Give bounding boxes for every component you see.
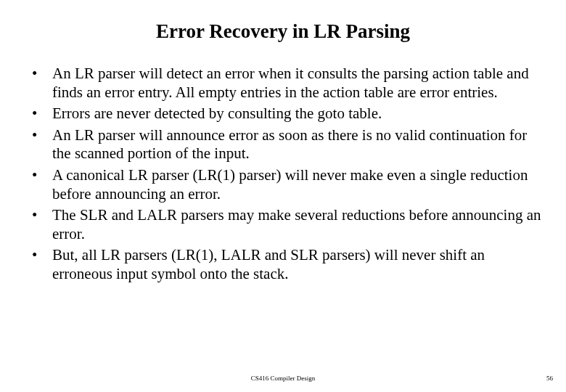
list-item: But, all LR parsers (LR(1), LALR and SLR… [22, 246, 544, 283]
slide: Error Recovery in LR Parsing An LR parse… [0, 0, 566, 392]
list-item: Errors are never detected by consulting … [22, 105, 544, 123]
footer-page-number: 56 [546, 375, 553, 382]
list-item: The SLR and LALR parsers may make severa… [22, 206, 544, 243]
footer-course: CS416 Compiler Design [0, 375, 566, 382]
list-item: A canonical LR parser (LR(1) parser) wil… [22, 166, 544, 203]
bullet-list: An LR parser will detect an error when i… [22, 65, 544, 284]
list-item: An LR parser will detect an error when i… [22, 65, 544, 102]
slide-title: Error Recovery in LR Parsing [0, 0, 566, 50]
slide-body: An LR parser will detect an error when i… [0, 50, 566, 284]
list-item: An LR parser will announce error as soon… [22, 126, 544, 163]
